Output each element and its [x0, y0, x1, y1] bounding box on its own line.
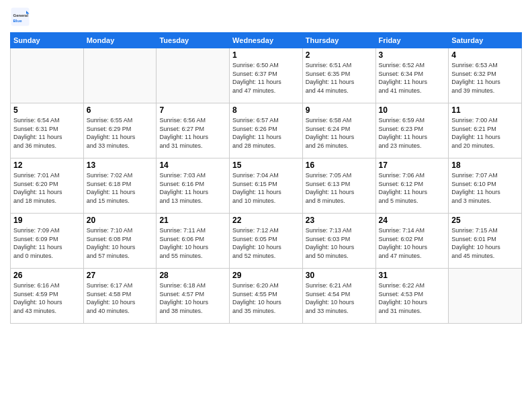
day-info: Sunrise: 7:10 AM Sunset: 6:08 PM Dayligh…: [87, 226, 154, 260]
day-number: 31: [379, 271, 446, 280]
week-row: 1Sunrise: 6:50 AM Sunset: 6:37 PM Daylig…: [11, 48, 522, 103]
calendar-cell: 19Sunrise: 7:09 AM Sunset: 6:09 PM Dayli…: [11, 214, 84, 269]
calendar-cell: 28Sunrise: 6:18 AM Sunset: 4:57 PM Dayli…: [157, 269, 230, 324]
calendar: SundayMondayTuesdayWednesdayThursdayFrid…: [10, 32, 522, 324]
day-number: 22: [232, 216, 300, 225]
calendar-cell: 9Sunrise: 6:58 AM Sunset: 6:24 PM Daylig…: [302, 103, 375, 158]
day-number: 1: [232, 50, 300, 60]
weekday-row: SundayMondayTuesdayWednesdayThursdayFrid…: [11, 33, 522, 48]
weekday-header-tuesday: Tuesday: [157, 33, 230, 48]
day-info: Sunrise: 7:13 AM Sunset: 6:03 PM Dayligh…: [306, 226, 373, 260]
week-row: 26Sunrise: 6:16 AM Sunset: 4:59 PM Dayli…: [11, 269, 522, 324]
calendar-cell: 2Sunrise: 6:51 AM Sunset: 6:35 PM Daylig…: [302, 48, 375, 103]
calendar-cell: 21Sunrise: 7:11 AM Sunset: 6:06 PM Dayli…: [157, 214, 230, 269]
calendar-cell: 25Sunrise: 7:15 AM Sunset: 6:01 PM Dayli…: [449, 214, 522, 269]
day-number: 3: [379, 50, 446, 60]
day-info: Sunrise: 7:00 AM Sunset: 6:21 PM Dayligh…: [451, 116, 519, 150]
day-info: Sunrise: 7:04 AM Sunset: 6:15 PM Dayligh…: [232, 171, 300, 205]
day-info: Sunrise: 6:17 AM Sunset: 4:58 PM Dayligh…: [87, 281, 154, 315]
calendar-cell: [449, 269, 522, 324]
calendar-cell: [83, 48, 157, 103]
calendar-cell: 30Sunrise: 6:21 AM Sunset: 4:54 PM Dayli…: [302, 269, 375, 324]
calendar-cell: 26Sunrise: 6:16 AM Sunset: 4:59 PM Dayli…: [11, 269, 84, 324]
day-info: Sunrise: 7:15 AM Sunset: 6:01 PM Dayligh…: [451, 226, 519, 260]
day-number: 19: [13, 216, 81, 225]
logo: General Blue: [10, 7, 33, 27]
day-number: 24: [379, 216, 446, 225]
day-number: 23: [306, 216, 373, 225]
day-number: 27: [87, 271, 154, 280]
svg-text:General: General: [13, 13, 29, 17]
day-info: Sunrise: 7:01 AM Sunset: 6:20 PM Dayligh…: [13, 171, 81, 205]
calendar-cell: 8Sunrise: 6:57 AM Sunset: 6:26 PM Daylig…: [230, 103, 303, 158]
weekday-header-thursday: Thursday: [302, 33, 375, 48]
calendar-cell: 20Sunrise: 7:10 AM Sunset: 6:08 PM Dayli…: [83, 214, 157, 269]
calendar-cell: 18Sunrise: 7:07 AM Sunset: 6:10 PM Dayli…: [449, 158, 522, 214]
weekday-header-sunday: Sunday: [11, 33, 84, 48]
day-number: 11: [451, 105, 519, 115]
calendar-cell: 15Sunrise: 7:04 AM Sunset: 6:15 PM Dayli…: [230, 158, 303, 214]
day-number: 12: [13, 161, 81, 170]
day-number: 8: [232, 105, 300, 115]
weekday-header-wednesday: Wednesday: [230, 33, 303, 48]
day-number: 26: [13, 271, 81, 280]
calendar-cell: 5Sunrise: 6:54 AM Sunset: 6:31 PM Daylig…: [11, 103, 84, 158]
calendar-cell: 29Sunrise: 6:20 AM Sunset: 4:55 PM Dayli…: [230, 269, 303, 324]
calendar-cell: 12Sunrise: 7:01 AM Sunset: 6:20 PM Dayli…: [11, 158, 84, 214]
calendar-cell: 6Sunrise: 6:55 AM Sunset: 6:29 PM Daylig…: [83, 103, 157, 158]
logo-icon: General Blue: [10, 7, 30, 27]
calendar-cell: 22Sunrise: 7:12 AM Sunset: 6:05 PM Dayli…: [230, 214, 303, 269]
day-info: Sunrise: 6:51 AM Sunset: 6:35 PM Dayligh…: [306, 61, 373, 95]
week-row: 12Sunrise: 7:01 AM Sunset: 6:20 PM Dayli…: [11, 158, 522, 214]
header: General Blue: [10, 7, 522, 27]
day-number: 4: [451, 50, 519, 60]
day-info: Sunrise: 6:50 AM Sunset: 6:37 PM Dayligh…: [232, 61, 300, 95]
calendar-cell: 10Sunrise: 6:59 AM Sunset: 6:23 PM Dayli…: [375, 103, 449, 158]
day-info: Sunrise: 6:58 AM Sunset: 6:24 PM Dayligh…: [306, 116, 373, 150]
day-info: Sunrise: 6:20 AM Sunset: 4:55 PM Dayligh…: [232, 281, 300, 315]
day-info: Sunrise: 6:18 AM Sunset: 4:57 PM Dayligh…: [159, 281, 226, 315]
day-info: Sunrise: 6:52 AM Sunset: 6:34 PM Dayligh…: [379, 61, 446, 95]
calendar-cell: 27Sunrise: 6:17 AM Sunset: 4:58 PM Dayli…: [83, 269, 157, 324]
day-info: Sunrise: 6:54 AM Sunset: 6:31 PM Dayligh…: [13, 116, 81, 150]
day-number: 7: [159, 105, 226, 115]
calendar-cell: 17Sunrise: 7:06 AM Sunset: 6:12 PM Dayli…: [375, 158, 449, 214]
day-number: 16: [306, 161, 373, 170]
svg-text:Blue: Blue: [13, 19, 23, 23]
day-info: Sunrise: 6:57 AM Sunset: 6:26 PM Dayligh…: [232, 116, 300, 150]
calendar-body: 1Sunrise: 6:50 AM Sunset: 6:37 PM Daylig…: [11, 48, 522, 324]
week-row: 5Sunrise: 6:54 AM Sunset: 6:31 PM Daylig…: [11, 103, 522, 158]
calendar-cell: 3Sunrise: 6:52 AM Sunset: 6:34 PM Daylig…: [375, 48, 449, 103]
calendar-cell: 4Sunrise: 6:53 AM Sunset: 6:32 PM Daylig…: [449, 48, 522, 103]
day-info: Sunrise: 6:55 AM Sunset: 6:29 PM Dayligh…: [87, 116, 154, 150]
day-info: Sunrise: 7:07 AM Sunset: 6:10 PM Dayligh…: [451, 171, 519, 205]
calendar-cell: 1Sunrise: 6:50 AM Sunset: 6:37 PM Daylig…: [230, 48, 303, 103]
day-number: 20: [87, 216, 154, 225]
day-number: 13: [87, 161, 154, 170]
day-number: 28: [159, 271, 226, 280]
day-info: Sunrise: 7:14 AM Sunset: 6:02 PM Dayligh…: [379, 226, 446, 260]
day-number: 25: [451, 216, 519, 225]
day-number: 14: [159, 161, 226, 170]
calendar-cell: 31Sunrise: 6:22 AM Sunset: 4:53 PM Dayli…: [375, 269, 449, 324]
calendar-cell: [11, 48, 84, 103]
day-number: 18: [451, 161, 519, 170]
day-info: Sunrise: 7:03 AM Sunset: 6:16 PM Dayligh…: [159, 171, 226, 205]
calendar-header: SundayMondayTuesdayWednesdayThursdayFrid…: [11, 33, 522, 48]
day-info: Sunrise: 7:05 AM Sunset: 6:13 PM Dayligh…: [306, 171, 373, 205]
day-number: 15: [232, 161, 300, 170]
day-info: Sunrise: 7:06 AM Sunset: 6:12 PM Dayligh…: [379, 171, 446, 205]
day-info: Sunrise: 7:09 AM Sunset: 6:09 PM Dayligh…: [13, 226, 81, 260]
page: General Blue SundayMondayTuesdayWednesda…: [0, 0, 532, 411]
day-info: Sunrise: 7:02 AM Sunset: 6:18 PM Dayligh…: [87, 171, 154, 205]
weekday-header-friday: Friday: [375, 33, 449, 48]
day-info: Sunrise: 6:22 AM Sunset: 4:53 PM Dayligh…: [379, 281, 446, 315]
day-info: Sunrise: 7:12 AM Sunset: 6:05 PM Dayligh…: [232, 226, 300, 260]
calendar-cell: 16Sunrise: 7:05 AM Sunset: 6:13 PM Dayli…: [302, 158, 375, 214]
day-number: 10: [379, 105, 446, 115]
calendar-cell: 11Sunrise: 7:00 AM Sunset: 6:21 PM Dayli…: [449, 103, 522, 158]
weekday-header-saturday: Saturday: [449, 33, 522, 48]
week-row: 19Sunrise: 7:09 AM Sunset: 6:09 PM Dayli…: [11, 214, 522, 269]
calendar-cell: 14Sunrise: 7:03 AM Sunset: 6:16 PM Dayli…: [157, 158, 230, 214]
day-number: 30: [306, 271, 373, 280]
